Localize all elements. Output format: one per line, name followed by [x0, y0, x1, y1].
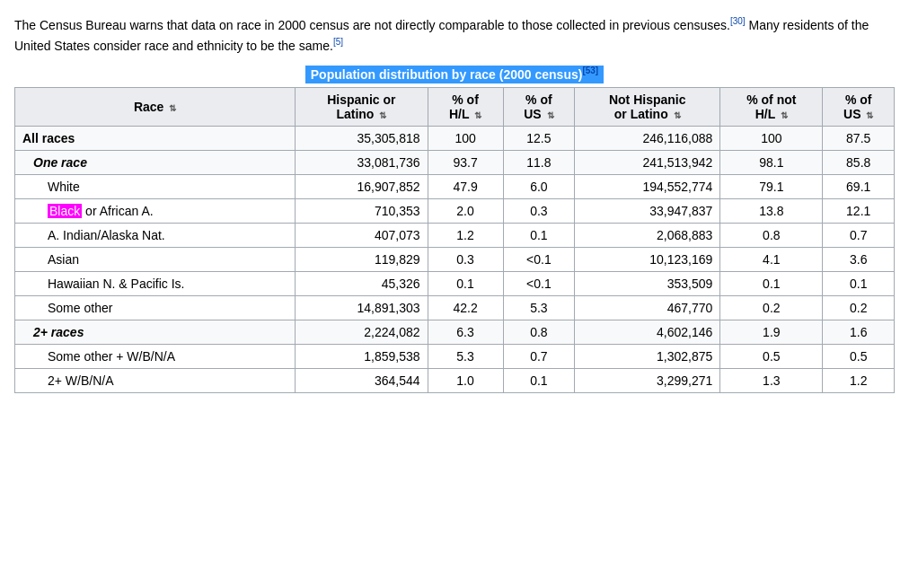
table-row: Asian119,8290.3<0.110,123,1694.13.6	[15, 247, 895, 271]
table-row: Some other14,891,30342.25.3467,7700.20.2	[15, 295, 895, 320]
cell-hispanic: 35,305,818	[296, 126, 428, 150]
col-pct-us2[interactable]: % ofUS ⇅	[823, 87, 895, 126]
col-pct-hl[interactable]: % ofH/L ⇅	[428, 87, 503, 126]
cell-pct-hl: 0.1	[428, 271, 503, 295]
table-title: Population distribution by race (2000 ce…	[14, 66, 895, 82]
cell-pct-hl: 93.7	[428, 150, 503, 174]
sort-arrow-nothispanic: ⇅	[674, 110, 681, 120]
cell-hispanic: 1,859,538	[296, 344, 428, 368]
table-title-label: Population distribution by race (2000 ce…	[305, 66, 604, 83]
col-pct-not-hl[interactable]: % of notH/L ⇅	[720, 87, 823, 126]
sort-arrow-pctnhl: ⇅	[781, 110, 788, 120]
cell-pct-not-hl: 0.8	[720, 223, 823, 247]
cell-not-hispanic: 2,068,883	[575, 223, 720, 247]
table-row: One race33,081,73693.711.8241,513,94298.…	[15, 150, 895, 174]
table-row: White16,907,85247.96.0194,552,77479.169.…	[15, 174, 895, 198]
intro-ref1: [30]	[730, 16, 746, 26]
cell-pct-not-hl: 0.5	[720, 344, 823, 368]
cell-pct-us2: 87.5	[823, 126, 895, 150]
cell-race: One race	[15, 150, 296, 174]
cell-pct-us1: 0.1	[503, 223, 575, 247]
cell-not-hispanic: 194,552,774	[575, 174, 720, 198]
cell-race: Hawaiian N. & Pacific Is.	[15, 271, 296, 295]
cell-race: 2+ races	[15, 320, 296, 344]
intro-paragraph: The Census Bureau warns that data on rac…	[14, 14, 895, 55]
cell-race: Some other	[15, 295, 296, 320]
cell-pct-not-hl: 0.1	[720, 271, 823, 295]
cell-pct-hl: 47.9	[428, 174, 503, 198]
cell-not-hispanic: 241,513,942	[575, 150, 720, 174]
cell-pct-not-hl: 79.1	[720, 174, 823, 198]
intro-ref2: [5]	[333, 37, 343, 47]
table-row: Black or African A.710,3532.00.333,947,8…	[15, 198, 895, 223]
cell-pct-not-hl: 1.3	[720, 368, 823, 392]
cell-pct-not-hl: 0.2	[720, 295, 823, 320]
cell-pct-us1: 0.1	[503, 368, 575, 392]
col-not-hispanic[interactable]: Not Hispanicor Latino ⇅	[575, 87, 720, 126]
cell-pct-us2: 12.1	[823, 198, 895, 223]
cell-not-hispanic: 3,299,271	[575, 368, 720, 392]
cell-pct-not-hl: 98.1	[720, 150, 823, 174]
cell-pct-not-hl: 100	[720, 126, 823, 150]
cell-not-hispanic: 1,302,875	[575, 344, 720, 368]
cell-pct-not-hl: 4.1	[720, 247, 823, 271]
cell-pct-us1: <0.1	[503, 271, 575, 295]
cell-pct-us2: 1.2	[823, 368, 895, 392]
cell-pct-hl: 100	[428, 126, 503, 150]
table-row: A. Indian/Alaska Nat.407,0731.20.12,068,…	[15, 223, 895, 247]
col-race[interactable]: Race ⇅	[15, 87, 296, 126]
col-hispanic[interactable]: Hispanic orLatino ⇅	[296, 87, 428, 126]
cell-pct-us1: <0.1	[503, 247, 575, 271]
cell-hispanic: 14,891,303	[296, 295, 428, 320]
cell-race: All races	[15, 126, 296, 150]
cell-pct-not-hl: 1.9	[720, 320, 823, 344]
table-row: Some other + W/B/N/A1,859,5385.30.71,302…	[15, 344, 895, 368]
cell-not-hispanic: 353,509	[575, 271, 720, 295]
cell-hispanic: 2,224,082	[296, 320, 428, 344]
cell-race: White	[15, 174, 296, 198]
cell-hispanic: 45,326	[296, 271, 428, 295]
cell-pct-us1: 0.7	[503, 344, 575, 368]
table-row: Hawaiian N. & Pacific Is.45,3260.1<0.135…	[15, 271, 895, 295]
cell-pct-us2: 85.8	[823, 150, 895, 174]
table-row: 2+ races2,224,0826.30.84,602,1461.91.6	[15, 320, 895, 344]
cell-hispanic: 364,544	[296, 368, 428, 392]
cell-pct-us2: 1.6	[823, 320, 895, 344]
cell-pct-us2: 0.1	[823, 271, 895, 295]
cell-not-hispanic: 4,602,146	[575, 320, 720, 344]
cell-pct-us1: 5.3	[503, 295, 575, 320]
cell-hispanic: 16,907,852	[296, 174, 428, 198]
cell-hispanic: 407,073	[296, 223, 428, 247]
cell-race: Asian	[15, 247, 296, 271]
cell-not-hispanic: 10,123,169	[575, 247, 720, 271]
cell-pct-hl: 42.2	[428, 295, 503, 320]
cell-pct-hl: 0.3	[428, 247, 503, 271]
sort-arrow-race: ⇅	[169, 103, 176, 113]
cell-hispanic: 33,081,736	[296, 150, 428, 174]
highlight-black: Black	[48, 204, 82, 218]
cell-pct-us2: 0.5	[823, 344, 895, 368]
population-table: Race ⇅ Hispanic orLatino ⇅ % ofH/L ⇅ % o…	[14, 87, 895, 393]
cell-race: A. Indian/Alaska Nat.	[15, 223, 296, 247]
table-title-ref: [53]	[582, 66, 598, 75]
cell-not-hispanic: 33,947,837	[575, 198, 720, 223]
cell-race: Some other + W/B/N/A	[15, 344, 296, 368]
sort-arrow-pctus2: ⇅	[866, 110, 873, 120]
sort-arrow-pcthl: ⇅	[474, 110, 481, 120]
cell-race: Black or African A.	[15, 198, 296, 223]
cell-pct-us2: 0.2	[823, 295, 895, 320]
cell-hispanic: 119,829	[296, 247, 428, 271]
cell-hispanic: 710,353	[296, 198, 428, 223]
cell-pct-hl: 1.0	[428, 368, 503, 392]
cell-pct-us1: 12.5	[503, 126, 575, 150]
cell-pct-not-hl: 13.8	[720, 198, 823, 223]
col-pct-us1[interactable]: % ofUS ⇅	[503, 87, 575, 126]
table-row: All races35,305,81810012.5246,116,088100…	[15, 126, 895, 150]
cell-race: 2+ W/B/N/A	[15, 368, 296, 392]
cell-pct-us2: 3.6	[823, 247, 895, 271]
cell-pct-hl: 5.3	[428, 344, 503, 368]
cell-pct-hl: 6.3	[428, 320, 503, 344]
sort-arrow-hispanic: ⇅	[379, 110, 386, 120]
table-row: 2+ W/B/N/A364,5441.00.13,299,2711.31.2	[15, 368, 895, 392]
cell-not-hispanic: 467,770	[575, 295, 720, 320]
